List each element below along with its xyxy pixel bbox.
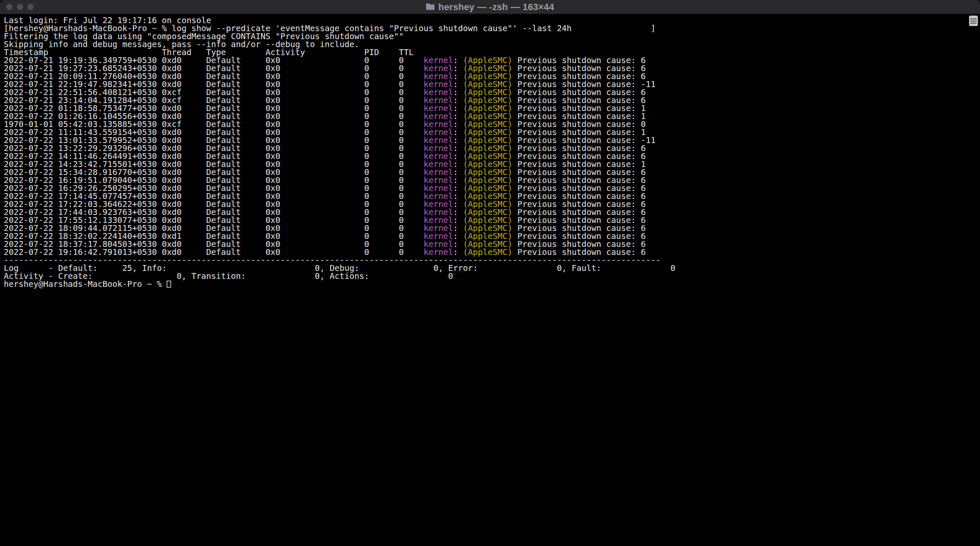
terminal-output: Last login: Fri Jul 22 19:17:16 on conso…	[0, 14, 980, 546]
window-title: hershey — -zsh — 163×44	[438, 2, 554, 13]
terminal-window: hershey — -zsh — 163×44 Last login: Fri …	[0, 0, 980, 546]
zoom-button[interactable]	[27, 4, 34, 10]
command-input-line[interactable]: hershey@Harshads-MacBook-Pro ~ %	[4, 280, 977, 288]
log-rows: 2022-07-21 19:19:36.349759+0530 0xd0 Def…	[4, 56, 977, 256]
folder-icon	[426, 2, 435, 13]
scrollbar-mark-icon[interactable]	[969, 16, 978, 26]
text-cursor	[167, 281, 171, 288]
traffic-lights	[6, 0, 34, 14]
titlebar[interactable]: hershey — -zsh — 163×44	[0, 0, 980, 14]
shell-prompt: hershey@Harshads-MacBook-Pro ~ %	[4, 279, 167, 289]
minimize-button[interactable]	[17, 4, 23, 10]
close-button[interactable]	[6, 4, 13, 10]
window-title-area: hershey — -zsh — 163×44	[426, 2, 554, 13]
